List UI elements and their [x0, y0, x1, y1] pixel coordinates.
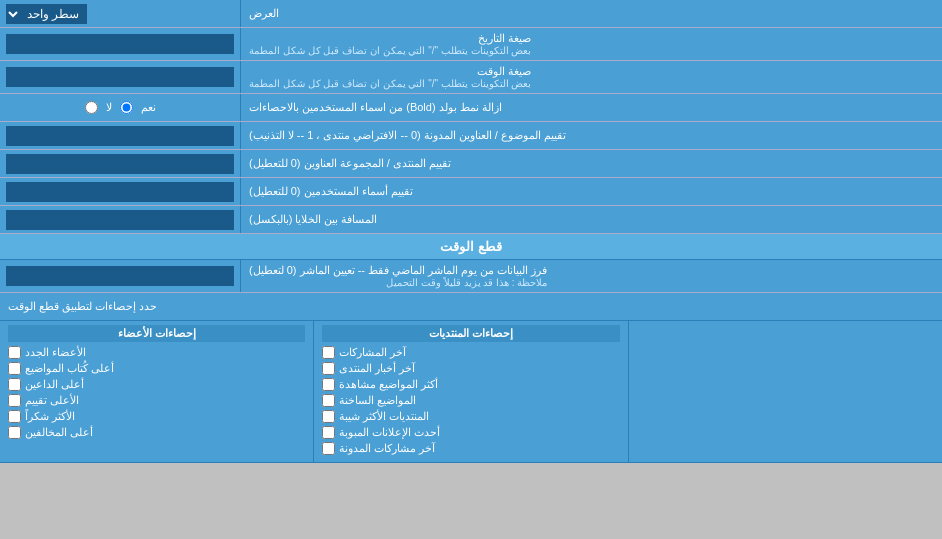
cb-most-viewed[interactable]: [322, 378, 335, 391]
list-item: آخر أخبار المنتدى: [322, 362, 619, 375]
forum-order-input[interactable]: 33: [6, 154, 234, 174]
time-cut-label: فرز البيانات من يوم الماشر الماضي فقط --…: [249, 264, 547, 277]
forum-order-label: تقييم المنتدى / المجموعة العناوين (0 للت…: [249, 157, 451, 170]
header-title: العرض: [249, 7, 279, 20]
bold-no-radio[interactable]: [85, 101, 98, 114]
time-format-label: صيغة الوقت: [249, 65, 531, 78]
cells-spacing-label: المسافة بين الخلايا (بالبكسل): [249, 213, 378, 226]
section-time-title: قطع الوقت: [440, 239, 502, 254]
col2-header: إحصاءات المنتديات: [322, 325, 619, 342]
cb-most-thanked[interactable]: [8, 410, 21, 423]
list-item: الأعضاء الجدد: [8, 346, 305, 359]
list-item: آخر مشاركات المدونة: [322, 442, 619, 455]
date-format-sublabel: بعض التكوينات يتطلب "/" التي يمكن ان تضا…: [249, 45, 531, 56]
list-item: المواضيع الساخنة: [322, 394, 619, 407]
list-item: أحدث الإعلانات المبوبة: [322, 426, 619, 439]
cb-top-referrers[interactable]: [8, 378, 21, 391]
cells-spacing-input[interactable]: 2: [6, 210, 234, 230]
limit-label: حدد إحصاءات لتطبيق قطع الوقت: [8, 300, 157, 313]
list-item: الأعلى تقييم: [8, 394, 305, 407]
bold-remove-label: ازالة نمط بولد (Bold) من اسماء المستخدمي…: [249, 101, 502, 114]
time-format-input[interactable]: H:i: [6, 67, 234, 87]
cb-blog-posts[interactable]: [322, 442, 335, 455]
time-format-sublabel: بعض التكوينات يتطلب "/" التي يمكن ان تضا…: [249, 78, 531, 89]
cb-top-rated[interactable]: [8, 394, 21, 407]
cb-classifieds[interactable]: [322, 426, 335, 439]
list-item: أعلى الداعين: [8, 378, 305, 391]
cb-new-members[interactable]: [8, 346, 21, 359]
list-item: الأكثر شكراً: [8, 410, 305, 423]
cb-top-posters[interactable]: [8, 362, 21, 375]
list-item: المنتديات الأكثر شيبة: [322, 410, 619, 423]
list-item: أعلى كُتاب المواضيع: [8, 362, 305, 375]
cb-forum-news[interactable]: [322, 362, 335, 375]
list-item: آخر المشاركات: [322, 346, 619, 359]
col1-header: إحصاءات الأعضاء: [8, 325, 305, 342]
bold-no-label: لا: [106, 101, 112, 114]
users-order-label: تقييم أسماء المستخدمين (0 للتعطيل): [249, 185, 413, 198]
bold-yes-radio[interactable]: [120, 101, 133, 114]
list-item: أكثر المواضيع مشاهدة: [322, 378, 619, 391]
date-format-input[interactable]: d-m: [6, 34, 234, 54]
time-cut-sublabel: ملاحظة : هذا قد يزيد قليلاً وقت التحميل: [249, 277, 547, 288]
bold-yes-label: نعم: [141, 101, 156, 114]
date-format-label: صيغة التاريخ: [249, 32, 531, 45]
users-order-input[interactable]: 0: [6, 182, 234, 202]
list-item: أعلى المخالفين: [8, 426, 305, 439]
topics-order-label: تقييم الموضوع / العناوين المدونة (0 -- ا…: [249, 129, 566, 142]
display-dropdown[interactable]: سطر واحدسطرينثلاثة أسطر: [6, 4, 87, 24]
time-cut-input[interactable]: 0: [6, 266, 234, 286]
cb-top-violators[interactable]: [8, 426, 21, 439]
cb-last-posts[interactable]: [322, 346, 335, 359]
cb-hot-topics[interactable]: [322, 394, 335, 407]
topics-order-input[interactable]: 33: [6, 126, 234, 146]
cb-most-forums[interactable]: [322, 410, 335, 423]
